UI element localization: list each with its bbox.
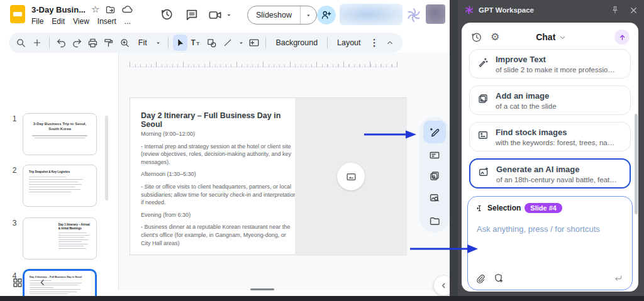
card-title: Add an image (496, 91, 557, 101)
svg-text:T: T (196, 41, 199, 47)
pin-icon[interactable] (611, 6, 619, 14)
close-icon[interactable] (630, 6, 638, 14)
card-subtitle: of slide 2 to make it more professional (496, 66, 616, 74)
slide-thumbnail-2[interactable]: Trip Snapshot & Key Logistics (23, 165, 97, 207)
version-history-icon[interactable] (160, 8, 174, 21)
suggestion-card-improve-text[interactable]: Improve Text of slide 2 to make it more … (469, 49, 631, 79)
gpt-panel-title: GPT Workspace (479, 6, 534, 14)
background-button[interactable]: Background (270, 38, 323, 47)
toolbar-separator (168, 37, 169, 48)
slide-page[interactable]: Day 2 Itinerary – Full Business Day in S… (130, 97, 406, 255)
paint-format-icon[interactable] (101, 35, 116, 51)
slideshow-label: Slideshow (248, 11, 300, 19)
card-title: Find stock images (496, 128, 616, 138)
menu-view[interactable]: View (73, 17, 89, 26)
add-context-icon[interactable] (493, 273, 504, 283)
search-menus-icon[interactable] (14, 35, 28, 51)
menu-edit[interactable]: Edit (52, 17, 65, 26)
chat-header: ⚙ Chat (462, 28, 638, 47)
layout-button[interactable]: Layout (332, 38, 366, 47)
document-title[interactable]: 3-Day Busin... (31, 5, 86, 14)
fit-dropdown-icon[interactable] (153, 35, 164, 51)
gpt-panel-header: GPT Workspace (458, 0, 644, 20)
meet-camera-icon[interactable] (208, 8, 222, 22)
collapse-filmstrip-icon[interactable] (38, 278, 47, 287)
toolbar-separator (49, 37, 50, 48)
horizontal-ruler (130, 62, 397, 67)
shapes-tool-icon[interactable] (204, 35, 219, 51)
panel-scrollbar[interactable] (635, 114, 638, 214)
print-icon[interactable] (86, 35, 100, 51)
send-return-icon[interactable] (613, 273, 623, 283)
image-search-icon[interactable] (423, 187, 446, 209)
share-button-blurred[interactable] (340, 4, 402, 25)
move-folder-icon[interactable] (105, 4, 116, 15)
slide-text-icon[interactable] (423, 144, 446, 167)
chat-input-placeholder[interactable]: Ask anything, press / for shortcuts (477, 224, 600, 234)
grid-view-icon[interactable] (12, 277, 23, 288)
line-tool-icon[interactable] (221, 35, 235, 51)
redo-icon[interactable] (70, 35, 84, 51)
slides-toolbar: Fit TT Background (9, 33, 402, 53)
history-icon[interactable] (470, 31, 482, 43)
cloud-status-icon[interactable] (121, 4, 133, 15)
menu-insert[interactable]: Insert (97, 17, 116, 26)
slide-body[interactable]: Morning (9:00–12:00) - Internal prep and… (141, 130, 297, 251)
insert-placeholder-icon[interactable] (247, 35, 261, 51)
slide-paragraph: Morning (9:00–12:00) (141, 130, 297, 138)
collapse-toolbar-icon[interactable] (383, 35, 397, 51)
thumb-title: Day 1 Itinerary – Arrival & Initial Meet… (58, 223, 92, 230)
gpt-workspace-panel: GPT Workspace ⚙ Chat (458, 0, 644, 296)
slide-paragraph: Evening (from 6:30) (141, 211, 297, 219)
settings-gear-icon[interactable]: ⚙ (491, 32, 499, 42)
slide-paragraph: - Business dinner at a reputable Korean … (141, 223, 297, 247)
star-icon[interactable]: ☆ (91, 5, 99, 14)
text-box-tool-icon[interactable]: TT (189, 35, 203, 51)
suggestion-card-stock-images[interactable]: Find stock images with the keywords: for… (469, 122, 631, 151)
more-options-icon[interactable]: ⋮ (367, 35, 382, 51)
suggestion-card-add-image[interactable]: Add an image of a cat to the slide (469, 85, 631, 115)
chat-input-box[interactable]: Selection Slide #4 Ask anything, press /… (467, 196, 633, 290)
fit-zoom-select[interactable]: Fit (133, 38, 152, 47)
toolbar-separator (327, 37, 328, 48)
gpt-extension-icon[interactable] (406, 7, 422, 23)
ai-write-icon[interactable] (423, 121, 446, 143)
slide-thumbnail-3[interactable]: Day 1 Itinerary – Arrival & Initial Meet… (23, 217, 97, 260)
insert-image-button[interactable] (337, 163, 365, 190)
user-avatar[interactable] (426, 4, 445, 24)
suggestion-card-generate-ai-image[interactable]: Generate an AI image of an 18th-century … (469, 158, 631, 189)
share-icon[interactable] (317, 6, 336, 25)
select-cursor-tool[interactable] (173, 35, 187, 51)
zoom-in-icon[interactable] (118, 35, 132, 51)
slides-logo[interactable] (10, 5, 25, 23)
slide-thumbnail-1[interactable]: 3-Day Business Trip to Seoul, South Kore… (23, 113, 97, 155)
line-dropdown-icon[interactable] (236, 35, 245, 51)
thumb-title: 3-Day Business Trip to Seoul, South Kore… (30, 122, 90, 131)
selection-chip: Selection Slide #4 (475, 203, 562, 213)
folder-icon[interactable] (423, 210, 446, 233)
slide-canvas: Day 2 Itinerary – Full Business Day in S… (118, 53, 450, 290)
slide-title[interactable]: Day 2 Itinerary – Full Business Day in S… (141, 111, 298, 129)
comments-icon[interactable] (185, 8, 199, 21)
zoom-add-icon[interactable] (30, 35, 44, 51)
slideshow-button[interactable]: Slideshow (247, 6, 317, 25)
slideshow-dropdown[interactable] (300, 6, 316, 24)
slides-topbar: 3-Day Busin... ☆ File Edit View Insert .… (0, 0, 450, 30)
horizontal-scrollbar[interactable] (250, 288, 274, 290)
chat-nav-select[interactable]: Chat (523, 32, 567, 42)
filmstrip-scrollbar[interactable] (105, 116, 108, 200)
image-placeholder[interactable] (295, 98, 407, 256)
window-bottom-edge (0, 296, 644, 301)
slide-number: 2 (10, 166, 19, 175)
gpt-side-toolbar (419, 117, 450, 233)
scroll-top-button[interactable] (614, 30, 630, 45)
panel-divider (450, 0, 458, 296)
app-window: 3-Day Busin... ☆ File Edit View Insert .… (0, 0, 644, 301)
gpt-workspace-logo-icon (464, 5, 474, 15)
image-stack-icon[interactable] (423, 165, 446, 187)
menu-overflow[interactable]: ... (125, 17, 131, 26)
undo-icon[interactable] (53, 35, 68, 51)
menu-file[interactable]: File (31, 17, 43, 26)
attach-paperclip-icon[interactable] (475, 273, 486, 283)
meet-dropdown-icon[interactable] (225, 11, 233, 19)
